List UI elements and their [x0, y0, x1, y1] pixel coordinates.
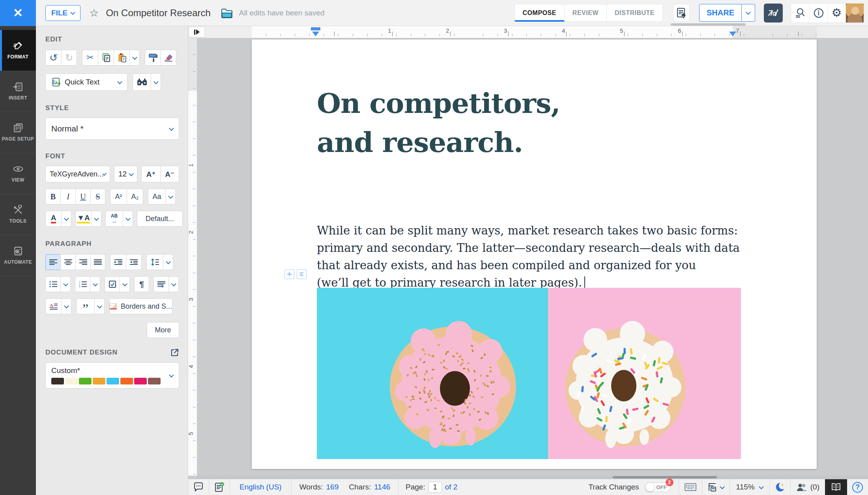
right-indent-marker[interactable] — [729, 32, 736, 36]
document-body-text[interactable]: While it can be split many ways, market … — [317, 222, 767, 291]
decrease-font-button[interactable]: A⁻ — [160, 166, 179, 182]
horizontal-scrollbar-top[interactable] — [671, 23, 746, 26]
align-left-button[interactable] — [45, 254, 60, 270]
checklist-button[interactable] — [105, 276, 120, 292]
bullet-list-button[interactable] — [45, 276, 60, 292]
page-view-button[interactable] — [702, 479, 730, 495]
clear-format-button[interactable] — [161, 50, 176, 66]
char-spacing-options-button[interactable] — [123, 211, 133, 227]
sidebar-item-automate[interactable]: AUTOMATE — [0, 235, 36, 276]
more-button[interactable]: More — [147, 322, 179, 338]
cut-button[interactable]: ✂ — [82, 50, 98, 66]
scrollbar-thumb[interactable] — [613, 476, 717, 478]
tab-distribute[interactable]: DISTRIBUTE — [607, 4, 663, 22]
tab-selector[interactable] — [189, 26, 205, 38]
document-page[interactable]: On competitors, and research. While it c… — [252, 39, 817, 469]
find-options-button[interactable] — [151, 73, 161, 91]
increase-font-button[interactable]: A⁺ — [141, 166, 160, 182]
highlight-options-button[interactable] — [91, 211, 101, 227]
keyboard-shortcuts-button[interactable] — [679, 479, 702, 495]
find-replace-button[interactable] — [133, 73, 151, 91]
favorite-star-icon[interactable]: ☆ — [89, 7, 99, 19]
superscript-button[interactable]: A² — [110, 189, 127, 204]
char-spacing-button[interactable]: AB↔ — [105, 211, 123, 227]
underline-button[interactable]: U — [75, 189, 90, 204]
sidebar-item-insert[interactable]: INSERT — [0, 71, 36, 112]
paste-options-button[interactable] — [129, 50, 140, 66]
redo-button[interactable]: ↻ — [61, 50, 77, 66]
sidebar-item-format[interactable]: FORMAT — [0, 30, 36, 71]
left-indent-marker[interactable] — [311, 27, 320, 30]
horizontal-ruler[interactable]: 1 2 3 4 5 6 7 — [188, 26, 868, 38]
zoom-selector[interactable]: 115% — [730, 479, 769, 495]
page-number-input[interactable]: 1 — [428, 482, 442, 493]
quick-text-button[interactable]: Aa Quick Text — [45, 73, 127, 91]
sidebar-item-tools[interactable]: TOOLS — [0, 194, 36, 235]
words-count[interactable]: 169 — [326, 483, 339, 491]
user-avatar[interactable] — [846, 4, 864, 22]
bullet-list-options-button[interactable] — [60, 276, 71, 292]
format-painter-button[interactable] — [145, 50, 161, 66]
tab-review[interactable]: REVIEW — [565, 4, 607, 22]
block-quote-options-button[interactable] — [94, 298, 105, 314]
first-line-indent-marker[interactable] — [312, 32, 319, 36]
drop-cap-button[interactable]: A — [45, 298, 61, 314]
spellcheck-button[interactable] — [209, 479, 230, 495]
search-button[interactable] — [791, 4, 809, 22]
folder-icon[interactable] — [221, 8, 233, 18]
file-menu-button[interactable]: FILE — [45, 5, 80, 21]
chars-count[interactable]: 1146 — [374, 483, 390, 491]
close-button[interactable]: ✕ — [0, 0, 36, 26]
horizontal-scrollbar[interactable] — [197, 476, 868, 479]
document-canvas[interactable]: On competitors, and research. While it c… — [197, 38, 868, 476]
italic-button[interactable]: I — [60, 189, 75, 204]
font-color-options-button[interactable] — [61, 211, 71, 227]
night-mode-button[interactable] — [770, 479, 790, 495]
font-family-select[interactable]: TeXGyreAdven... — [45, 166, 110, 182]
tab-compose[interactable]: COMPOSE — [514, 4, 565, 22]
design-select[interactable]: Custom* — [45, 362, 179, 388]
formatting-marks-button[interactable]: ¶ — [134, 276, 149, 292]
borders-shading-button[interactable]: Borders and S... — [109, 298, 172, 314]
quick-insert-button[interactable] — [284, 269, 294, 279]
paragraph-options-button[interactable] — [297, 269, 307, 279]
settings-button[interactable]: ⚙ — [827, 4, 846, 22]
vertical-ruler[interactable]: 1 2 3 4 5 — [188, 38, 197, 476]
align-center-button[interactable] — [60, 254, 75, 270]
donuts-image[interactable] — [317, 288, 741, 459]
drop-cap-options-button[interactable] — [61, 298, 71, 314]
change-case-button[interactable]: Aa — [148, 189, 165, 204]
share-button[interactable]: SHARE — [699, 4, 742, 22]
comments-button[interactable] — [188, 479, 209, 495]
change-case-options-button[interactable] — [165, 189, 176, 204]
open-design-gallery-icon[interactable] — [170, 348, 179, 357]
language-selector[interactable]: English (US) — [230, 479, 291, 495]
default-format-button[interactable]: Default... — [137, 211, 183, 227]
numbered-list-options-button[interactable] — [90, 276, 100, 292]
document-heading[interactable]: On competitors, and research. — [317, 84, 560, 162]
numbered-list-button[interactable]: 123 — [75, 276, 90, 292]
zia-assistant-button[interactable] — [764, 4, 783, 22]
text-direction-options-button[interactable] — [168, 276, 179, 292]
font-size-select[interactable]: 12 — [114, 166, 137, 182]
bold-button[interactable]: B — [45, 189, 60, 204]
style-select[interactable]: Normal * — [45, 118, 179, 140]
indent-decrease-button[interactable] — [126, 254, 142, 270]
block-quote-button[interactable]: ” — [76, 298, 94, 314]
paste-button[interactable] — [114, 50, 129, 66]
indent-increase-button[interactable] — [110, 254, 126, 270]
copy-button[interactable] — [98, 50, 114, 66]
undo-button[interactable]: ↺ — [45, 50, 61, 66]
info-button[interactable] — [809, 4, 827, 22]
highlight-button[interactable]: ▼A — [75, 211, 91, 227]
subscript-button[interactable]: A₂ — [127, 189, 143, 204]
line-spacing-button[interactable] — [146, 254, 163, 270]
share-dropdown-button[interactable] — [742, 4, 755, 22]
line-spacing-options-button[interactable] — [163, 254, 173, 270]
font-color-button[interactable]: A — [45, 211, 61, 227]
text-direction-button[interactable] — [153, 276, 168, 292]
collaborators-button[interactable]: (0) — [791, 479, 825, 495]
strikethrough-button[interactable]: S — [90, 189, 105, 204]
checklist-options-button[interactable] — [120, 276, 130, 292]
sidebar-item-view[interactable]: VIEW — [0, 153, 36, 194]
